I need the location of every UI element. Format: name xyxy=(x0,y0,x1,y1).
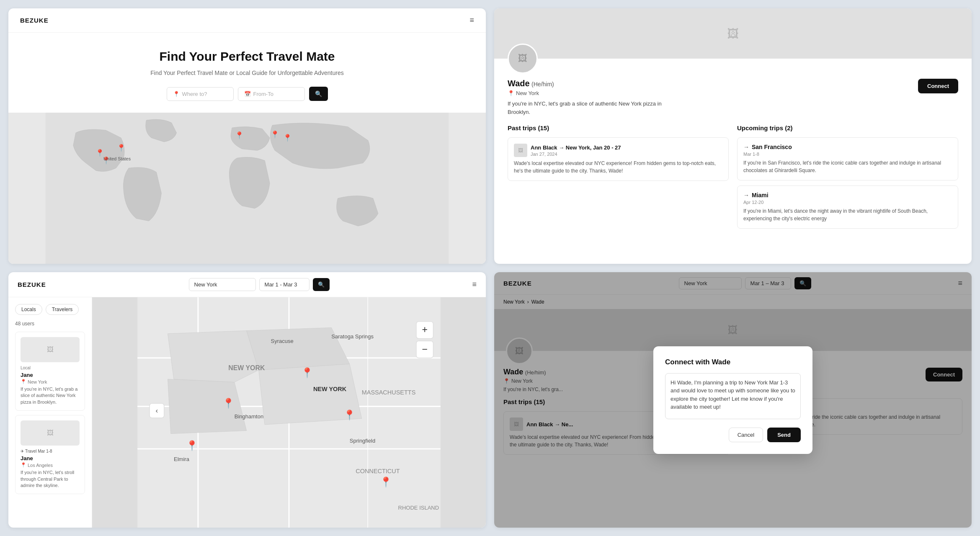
user-bio-1: If you're in NYC, let's grab a slice of … xyxy=(21,386,80,405)
trip-route: Ann Black → New York, Jan 20 - 27 xyxy=(531,144,621,151)
svg-text:Binghamton: Binghamton xyxy=(235,413,263,420)
user-type-1: Local xyxy=(21,366,80,370)
svg-text:Syracuse: Syracuse xyxy=(271,338,294,344)
p3-map: 📍 NEW YORK 📍 📍 📍 📍 Syracuse Saratoga Spr… xyxy=(92,297,486,528)
logo-p1: BEZUKE xyxy=(20,17,49,24)
svg-text:NEW YORK: NEW YORK xyxy=(313,386,347,392)
hamburger-p3-icon[interactable]: ≡ xyxy=(472,280,477,289)
svg-text:Elmira: Elmira xyxy=(174,456,190,462)
user-card-2[interactable]: 🖼 ✈ Travel Mar 1-8 Jane 📍 Los Angeles If… xyxy=(15,415,85,494)
svg-text:📍: 📍 xyxy=(117,144,126,152)
p3-header: BEZUKE 🔍 ≡ xyxy=(8,272,486,297)
upcoming-dates-miami: Apr 12-20 xyxy=(743,200,952,205)
p3-location-input[interactable] xyxy=(189,278,256,291)
p3-date-input[interactable] xyxy=(259,278,309,291)
trip-date: Jan 27, 2024 xyxy=(531,152,621,157)
upcoming-dates-sf: Mar 1-8 xyxy=(743,152,952,157)
world-map: 📍 📍 📍 📍 📍 📍 United States xyxy=(8,113,486,264)
user-pronoun: (He/him) xyxy=(531,81,554,88)
filter-locals[interactable]: Locals xyxy=(15,304,42,315)
p3-sidebar: Locals Travelers 48 users 🖼 Local Jane 📍… xyxy=(8,297,92,528)
date-input[interactable]: 📅 From-To xyxy=(238,87,305,101)
upcoming-dest-sf: → San Francisco xyxy=(743,144,952,150)
modal-title: Connect with Wade xyxy=(665,358,801,366)
upcoming-card-miami: → Miami Apr 12-20 If you're in Miami, le… xyxy=(737,186,958,229)
upcoming-dest-miami: → Miami xyxy=(743,192,952,198)
svg-text:‹: ‹ xyxy=(156,406,158,415)
hero-subtitle: Find Your Perfect Travel Mate or Local G… xyxy=(20,69,474,77)
filter-pills: Locals Travelers xyxy=(15,304,85,315)
trip-thumbnail: 🖼 xyxy=(514,144,527,157)
user-name-row: Wade (He/him) xyxy=(508,79,683,88)
profile-modal-panel: BEZUKE 🔍 ≡ New York › Wade 🖼 🖼 Wade (He/… xyxy=(494,272,972,528)
upcoming-desc-miami: If you're in Miami, let's dance the nigh… xyxy=(743,207,952,222)
modal-message-input[interactable] xyxy=(665,373,801,419)
location-pin-icon: 📍 xyxy=(173,91,180,97)
p1-header: BEZUKE ≡ xyxy=(8,8,486,33)
svg-text:📍: 📍 xyxy=(283,134,292,142)
location-pin-icon: 📍 xyxy=(508,90,514,96)
hero-section: Find Your Perfect Travel Mate Find Your … xyxy=(8,33,486,113)
user-bio-2: If you're in NYC, let's stroll through C… xyxy=(21,469,80,489)
arrow-icon: → xyxy=(743,144,749,150)
svg-text:−: − xyxy=(422,344,428,355)
trip-header: 🖼 Ann Black → New York, Jan 20 - 27 Jan … xyxy=(514,144,722,157)
cover-image-icon: 🖼 xyxy=(727,27,739,41)
p3-body: Locals Travelers 48 users 🖼 Local Jane 📍… xyxy=(8,297,486,528)
hamburger-p1-icon[interactable]: ≡ xyxy=(469,16,474,25)
modal-actions: Cancel Send xyxy=(665,428,801,442)
pin-icon: 📍 xyxy=(21,462,26,468)
landing-panel: BEZUKE ≡ Find Your Perfect Travel Mate F… xyxy=(8,8,486,264)
svg-text:CONNECTICUT: CONNECTICUT xyxy=(356,468,400,474)
user-loc-1: 📍 New York xyxy=(21,379,80,384)
past-trips-section: Past trips (15) 🖼 Ann Black → New York, … xyxy=(508,124,729,234)
avatar: 🖼 xyxy=(508,44,538,74)
svg-text:📍: 📍 xyxy=(222,397,235,409)
svg-text:📍: 📍 xyxy=(186,440,198,451)
user-loc-2: 📍 Los Angeles xyxy=(21,462,80,468)
hero-title: Find Your Perfect Travel Mate xyxy=(20,49,474,64)
send-button[interactable]: Send xyxy=(767,428,801,442)
svg-text:MASSACHUSETTS: MASSACHUSETTS xyxy=(362,389,416,396)
pin-icon: 📍 xyxy=(21,379,26,384)
location-placeholder: Where to? xyxy=(182,91,207,97)
user-thumb-1: 🖼 xyxy=(21,337,80,362)
user-info: Wade (He/him) 📍 New York If you're in NY… xyxy=(494,59,972,124)
cancel-button[interactable]: Cancel xyxy=(729,428,763,442)
svg-text:📍: 📍 xyxy=(343,409,356,421)
user-card-1[interactable]: 🖼 Local Jane 📍 New York If you're in NYC… xyxy=(15,332,85,411)
svg-text:📍: 📍 xyxy=(380,476,392,488)
user-bio: If you're in NYC, let's grab a slice of … xyxy=(508,100,683,116)
modal-overlay[interactable]: Connect with Wade Cancel Send xyxy=(494,272,972,528)
arrow-icon: → xyxy=(743,192,749,198)
connect-button[interactable]: Connect xyxy=(918,79,958,93)
plane-icon: ✈ xyxy=(21,449,24,454)
location-input[interactable]: 📍 Where to? xyxy=(167,87,234,101)
upcoming-desc-sf: If you're in San Francisco, let's ride t… xyxy=(743,159,952,174)
avatar-icon: 🖼 xyxy=(518,53,527,64)
trip-meta: Ann Black → New York, Jan 20 - 27 Jan 27… xyxy=(531,144,621,157)
upcoming-trips-title: Upcoming trips (2) xyxy=(737,124,958,131)
p3-search-button[interactable]: 🔍 xyxy=(313,278,330,291)
logo-p3: BEZUKE xyxy=(18,281,46,288)
svg-text:+: + xyxy=(422,324,428,335)
calendar-icon: 📅 xyxy=(244,91,251,97)
user-travel-badge-2: ✈ Travel Mar 1-8 xyxy=(21,449,80,454)
trip-card: 🖼 Ann Black → New York, Jan 20 - 27 Jan … xyxy=(508,137,729,181)
svg-text:📍: 📍 xyxy=(301,367,313,379)
user-name: Wade xyxy=(508,79,530,88)
search-icon: 🔍 xyxy=(318,281,325,288)
svg-text:Springfield: Springfield xyxy=(350,438,376,444)
svg-text:📍: 📍 xyxy=(271,130,280,139)
connect-modal: Connect with Wade Cancel Send xyxy=(653,346,812,454)
search-bar: 📍 Where to? 📅 From-To 🔍 xyxy=(20,87,474,101)
search-icon: 🔍 xyxy=(315,90,322,97)
user-details: Wade (He/him) 📍 New York If you're in NY… xyxy=(508,79,683,116)
user-thumb-2: 🖼 xyxy=(21,420,80,446)
filter-travelers[interactable]: Travelers xyxy=(46,304,79,315)
user-name-2: Jane xyxy=(21,455,80,461)
search-button[interactable]: 🔍 xyxy=(309,87,328,101)
svg-text:Saratoga Springs: Saratoga Springs xyxy=(331,333,374,340)
svg-text:📍: 📍 xyxy=(235,131,244,140)
svg-text:RHODE ISLAND: RHODE ISLAND xyxy=(398,505,439,511)
